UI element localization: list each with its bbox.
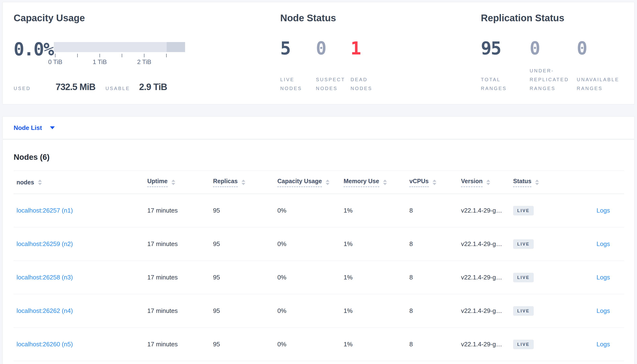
version-cell: v22.1.4-29-g… <box>461 340 513 348</box>
node-address-link[interactable]: localhost:26258 (n3) <box>17 274 73 281</box>
memory-use-cell: 1% <box>344 207 409 214</box>
vcpus-cell: 8 <box>409 274 461 281</box>
table-row: localhost:26262 (n4) 17 minutes 95 0% 1%… <box>14 294 624 328</box>
table-row: localhost:26260 (n5) 17 minutes 95 0% 1%… <box>14 328 624 361</box>
nodes-heading: Nodes (6) <box>14 152 50 162</box>
dead-nodes-label: DEAD NODES <box>351 75 386 93</box>
uptime-cell: 17 minutes <box>147 207 213 214</box>
logs-link[interactable]: Logs <box>596 340 610 348</box>
nodes-panel: Nodes (6) nodes Uptime Replicas Capacity… <box>3 139 634 364</box>
column-header-uptime[interactable]: Uptime <box>147 178 213 187</box>
replication-status-title: Replication Status <box>481 13 564 24</box>
uptime-cell: 17 minutes <box>147 307 213 314</box>
sort-icon[interactable] <box>486 180 490 185</box>
view-selector-dropdown[interactable]: Node List <box>14 116 55 139</box>
capacity-usage-cell: 0% <box>277 207 344 214</box>
logs-link[interactable]: Logs <box>596 240 610 248</box>
column-header-capacity-usage[interactable]: Capacity Usage <box>277 178 344 187</box>
node-address-link[interactable]: localhost:26262 (n4) <box>17 307 73 314</box>
memory-use-cell: 1% <box>344 240 409 248</box>
node-address-link[interactable]: localhost:26260 (n5) <box>17 340 73 348</box>
capacity-usage-cell: 0% <box>277 340 344 348</box>
capacity-usage-section: Capacity Usage 0.0% 0 TiB 1 TiB 2 TiB US… <box>14 2 265 104</box>
node-status-title: Node Status <box>280 13 336 24</box>
axis-tick <box>166 54 167 57</box>
total-ranges-label: TOTAL RANGES <box>481 75 530 93</box>
node-status-metrics: 5 LIVE NODES 0 SUSPECT NODES 1 DEAD NODE… <box>280 40 386 93</box>
suspect-nodes-label: SUSPECT NODES <box>316 75 351 93</box>
nodes-table: nodes Uptime Replicas Capacity Usage Mem… <box>14 170 624 361</box>
replication-metrics: 95 TOTAL RANGES 0 UNDER- REPLICATED RANG… <box>481 40 624 93</box>
capacity-bar-usable-segment <box>54 42 167 52</box>
under-replicated-ranges-metric: 0 UNDER- REPLICATED RANGES <box>530 40 577 93</box>
unavailable-ranges-value: 0 <box>577 40 624 57</box>
vcpus-cell: 8 <box>409 307 461 314</box>
logs-link[interactable]: Logs <box>596 207 610 214</box>
used-label: USED <box>14 86 31 91</box>
memory-use-cell: 1% <box>344 274 409 281</box>
node-address-link[interactable]: localhost:26257 (n1) <box>17 207 73 214</box>
view-selector-bar: Node List <box>3 116 634 139</box>
unavailable-ranges-metric: 0 UNAVAILABLE RANGES <box>577 40 624 93</box>
column-header-nodes[interactable]: nodes <box>17 179 147 186</box>
version-cell: v22.1.4-29-g… <box>461 207 513 214</box>
column-header-version[interactable]: Version <box>461 178 513 187</box>
live-nodes-value: 5 <box>280 40 316 57</box>
capacity-bar-track <box>54 42 185 52</box>
memory-use-cell: 1% <box>344 307 409 314</box>
column-header-status[interactable]: Status <box>513 178 595 187</box>
suspect-nodes-value: 0 <box>316 40 351 57</box>
capacity-usage-cell: 0% <box>277 274 344 281</box>
vcpus-cell: 8 <box>409 340 461 348</box>
chevron-down-icon <box>50 126 55 129</box>
replicas-cell: 95 <box>213 240 277 248</box>
status-badge: LIVE <box>513 273 534 282</box>
cluster-summary-panel: Capacity Usage 0.0% 0 TiB 1 TiB 2 TiB US… <box>3 2 634 104</box>
logs-link[interactable]: Logs <box>596 307 610 314</box>
column-header-vcpus[interactable]: vCPUs <box>409 178 461 187</box>
total-ranges-value: 95 <box>481 40 530 57</box>
node-status-section: Node Status 5 LIVE NODES 0 SUSPECT NODES… <box>280 2 462 104</box>
used-value: 732.5 MiB <box>56 82 95 92</box>
memory-use-cell: 1% <box>344 340 409 348</box>
capacity-stats-row: USED 732.5 MiB USABLE 2.9 TiB <box>14 82 167 92</box>
unavailable-ranges-label: UNAVAILABLE RANGES <box>577 75 624 93</box>
under-replicated-ranges-label: UNDER- REPLICATED RANGES <box>530 66 577 93</box>
status-badge: LIVE <box>513 306 534 316</box>
axis-tick-label: 0 TiB <box>48 58 62 66</box>
sort-icon[interactable] <box>535 180 539 185</box>
node-address-link[interactable]: localhost:26259 (n2) <box>17 240 73 248</box>
replicas-cell: 95 <box>213 307 277 314</box>
replication-status-section: Replication Status 95 TOTAL RANGES 0 UND… <box>481 2 634 104</box>
sort-icon[interactable] <box>38 180 42 185</box>
sort-icon[interactable] <box>433 180 436 185</box>
live-nodes-metric: 5 LIVE NODES <box>280 40 316 93</box>
usable-value: 2.9 TiB <box>139 82 167 92</box>
capacity-bar-reserved-segment <box>167 42 185 52</box>
logs-link[interactable]: Logs <box>596 274 610 281</box>
sort-icon[interactable] <box>326 180 330 185</box>
version-cell: v22.1.4-29-g… <box>461 307 513 314</box>
sort-icon[interactable] <box>171 180 175 185</box>
total-ranges-metric: 95 TOTAL RANGES <box>481 40 530 93</box>
version-cell: v22.1.4-29-g… <box>461 274 513 281</box>
sort-icon[interactable] <box>383 180 387 185</box>
vcpus-cell: 8 <box>409 207 461 214</box>
table-row: localhost:26258 (n3) 17 minutes 95 0% 1%… <box>14 261 624 294</box>
axis-tick-label: 1 TiB <box>93 58 107 66</box>
uptime-cell: 17 minutes <box>147 274 213 281</box>
status-badge: LIVE <box>513 206 534 216</box>
sort-icon[interactable] <box>241 180 245 185</box>
column-header-memory-use[interactable]: Memory Use <box>344 178 409 187</box>
table-header-row: nodes Uptime Replicas Capacity Usage Mem… <box>14 171 624 194</box>
capacity-usage-cell: 0% <box>277 240 344 248</box>
column-header-replicas[interactable]: Replicas <box>213 178 277 187</box>
table-row: localhost:26259 (n2) 17 minutes 95 0% 1%… <box>14 228 624 261</box>
axis-tick-label: 2 TiB <box>137 58 151 66</box>
live-nodes-label: LIVE NODES <box>280 75 316 93</box>
replicas-cell: 95 <box>213 207 277 214</box>
status-badge: LIVE <box>513 239 534 249</box>
status-badge: LIVE <box>513 340 534 349</box>
axis-tick <box>122 54 122 57</box>
suspect-nodes-metric: 0 SUSPECT NODES <box>316 40 351 93</box>
